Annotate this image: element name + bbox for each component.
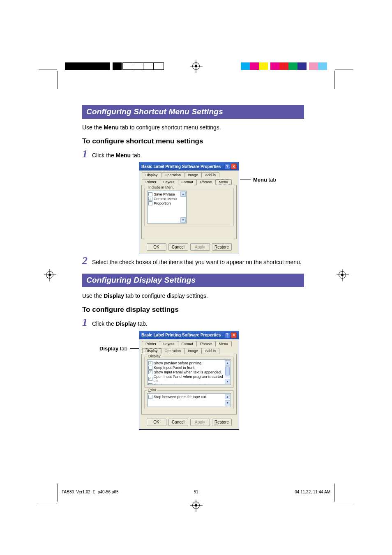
tab-printer[interactable]: Printer <box>142 341 160 346</box>
intro-display: Use the Display tab to configure display… <box>82 292 304 300</box>
tab-addin[interactable]: Add-in <box>201 172 219 177</box>
step-1-display: 1 Click the Display tab. <box>82 317 304 328</box>
tab-row-front: Display Operation Image Add-in <box>139 346 239 354</box>
check-show-input-appended[interactable]: ✓Show Input Panel when text is appended. <box>148 370 225 374</box>
intro-bold: Menu <box>104 124 119 131</box>
print-options-list[interactable]: Stop between prints for tape cut. ▲ ▼ <box>147 393 231 406</box>
scroll-down-icon[interactable]: ▼ <box>180 217 186 223</box>
check-label: Proportion <box>154 201 171 205</box>
restore-button[interactable]: Restore <box>212 243 232 251</box>
registration-target-right <box>339 271 346 279</box>
check-proportion[interactable]: Proportion <box>148 201 185 205</box>
tab-phrase[interactable]: Phrase <box>196 179 216 185</box>
color-swatches <box>241 62 327 70</box>
check-keep-input-front[interactable]: Keep Input Panel in front. <box>148 366 225 370</box>
apply-button[interactable]: Apply <box>190 419 210 426</box>
check-label: Open Input Panel when program is started… <box>154 375 225 383</box>
check-label: Stop between prints for tape cut. <box>154 395 207 399</box>
callout-menu-tab: Menu tab <box>240 177 276 183</box>
apply-underline: A <box>195 420 198 424</box>
scroll-thumb[interactable] <box>225 366 230 375</box>
scroll-down-icon[interactable]: ▼ <box>225 379 230 384</box>
step-number: 1 <box>82 317 92 328</box>
help-icon[interactable]: ? <box>224 164 230 169</box>
ok-button[interactable]: OK <box>147 419 166 426</box>
tab-row-back: Printer Layout Format Phrase Menu <box>139 339 239 346</box>
intro-pre: Use the <box>82 292 104 299</box>
cancel-button[interactable]: Cancel <box>168 419 188 426</box>
footer-date: 04.11.22, 11:44 AM <box>295 490 330 494</box>
step-pre: Click the <box>92 152 116 159</box>
check-label: Show preview before printing. <box>154 361 203 365</box>
dialog-titlebar: Basic Label Printing Software Properties… <box>139 162 239 170</box>
check-label: Keep Input Panel in front. <box>154 366 196 370</box>
intro-bold: Display <box>104 292 124 299</box>
step-text: Click the Menu tab. <box>92 149 142 159</box>
help-icon[interactable]: ? <box>224 332 230 338</box>
figure-menu-dialog: Basic Label Printing Software Properties… <box>139 162 304 248</box>
dialog-titlebar: Basic Label Printing Software Properties… <box>139 331 239 339</box>
check-preview-actual-size[interactable]: ✓Display preview image in actual size. <box>148 383 225 385</box>
section-title-display: Configuring Display Settings <box>82 274 304 287</box>
scroll-up-icon[interactable]: ▲ <box>180 191 186 197</box>
properties-dialog-display: Basic Label Printing Software Properties… <box>139 331 239 430</box>
section-title-shortcut-menu: Configuring Shortcut Menu Settings <box>82 105 304 119</box>
tab-layout[interactable]: Layout <box>160 341 178 346</box>
apply-underline: A <box>195 245 198 249</box>
tab-layout[interactable]: Layout <box>160 179 178 185</box>
tab-image[interactable]: Image <box>184 348 202 354</box>
registration-target-top <box>192 62 200 70</box>
check-open-input-startup[interactable]: ✓Open Input Panel when program is starte… <box>148 375 225 383</box>
tab-image[interactable]: Image <box>184 172 202 177</box>
check-label: Show Input Panel when text is appended. <box>154 370 222 374</box>
dialog-button-row: OK Cancel Apply Restore <box>139 242 239 254</box>
check-context-menu[interactable]: ✓Context Menu <box>148 197 185 201</box>
tab-operation[interactable]: Operation <box>161 348 185 354</box>
step-2-shortcut: 2 Select the check boxes of the items th… <box>82 256 304 266</box>
tab-printer[interactable]: Printer <box>142 179 160 185</box>
registration-target-left <box>46 271 53 279</box>
check-show-preview[interactable]: ✓Show preview before printing. <box>148 361 225 365</box>
group-display: Display ✓Show preview before printing. K… <box>144 357 234 388</box>
registration-target-bottom <box>192 502 200 509</box>
check-save-phrase[interactable]: Save Phrase <box>148 192 185 196</box>
tab-display[interactable]: Display <box>142 348 161 354</box>
display-underline: D <box>148 354 151 358</box>
close-icon[interactable]: × <box>231 164 237 169</box>
group-include-in-menu: Include in Menu Save Phrase ✓Context Men… <box>144 188 234 226</box>
subheading-configure-shortcut: To configure shortcut menu settings <box>82 137 304 145</box>
step-text: Click the Display tab. <box>92 317 148 328</box>
tab-menu[interactable]: Menu <box>215 341 232 346</box>
include-in-menu-list[interactable]: Save Phrase ✓Context Menu Proportion ▲ ▼ <box>147 191 187 223</box>
scroll-up-icon[interactable]: ▲ <box>225 360 230 366</box>
tab-addin[interactable]: Add-in <box>201 348 219 354</box>
ok-button[interactable]: OK <box>147 243 166 251</box>
scroll-up-icon[interactable]: ▲ <box>225 394 230 399</box>
tab-format[interactable]: Format <box>178 341 197 346</box>
footer-filename: FAB30_Ver1.02_E_p40-56.p65 <box>62 490 118 494</box>
properties-dialog-menu: Basic Label Printing Software Properties… <box>139 162 239 254</box>
tab-menu[interactable]: Menu <box>215 179 232 185</box>
tab-phrase[interactable]: Phrase <box>196 341 216 346</box>
step-bold: Menu <box>116 152 131 159</box>
group-print: Print Stop between prints for tape cut. … <box>144 390 234 409</box>
display-options-list[interactable]: ✓Show preview before printing. Keep Inpu… <box>147 359 231 385</box>
check-label: Display preview image in actual size. <box>154 383 214 385</box>
tab-format[interactable]: Format <box>178 179 197 185</box>
step-post: tab. <box>131 152 142 159</box>
tab-display[interactable]: Display <box>142 172 161 177</box>
gray-swatches <box>65 62 122 70</box>
scroll-down-icon[interactable]: ▼ <box>225 400 230 405</box>
apply-button[interactable]: Apply <box>190 243 210 251</box>
close-icon[interactable]: × <box>231 332 237 338</box>
restore-button[interactable]: Restore <box>212 419 232 426</box>
group-title: Include in Menu <box>147 185 176 189</box>
tab-operation[interactable]: Operation <box>161 172 185 177</box>
footer-page: 51 <box>194 490 198 494</box>
dialog-title-text: Basic Label Printing Software Properties <box>141 333 221 337</box>
intro-post: tab to configure display settings. <box>124 292 208 299</box>
cancel-button[interactable]: Cancel <box>168 243 188 251</box>
step-number: 2 <box>82 256 92 266</box>
print-footer: FAB30_Ver1.02_E_p40-56.p65 51 04.11.22, … <box>62 490 330 494</box>
check-stop-between-prints[interactable]: Stop between prints for tape cut. <box>148 395 225 399</box>
